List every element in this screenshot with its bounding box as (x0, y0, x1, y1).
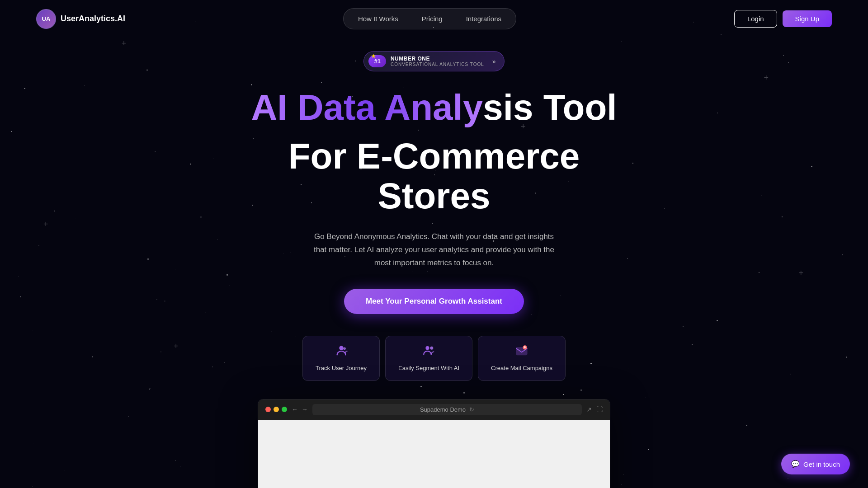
nav-pricing[interactable]: Pricing (411, 11, 453, 26)
feature-cards: Track User Journey Easily Segment With A… (302, 336, 566, 381)
nav-how-it-works[interactable]: How It Works (347, 11, 409, 26)
chat-label: Get in touch (803, 460, 840, 468)
logo-area[interactable]: UA UserAnalytics.AI (36, 9, 125, 29)
svg-point-0 (339, 346, 343, 350)
svg-point-3 (430, 346, 433, 349)
number-one-badge[interactable]: #1 NUMBER ONE CONVERSATIONAL ANALYTICS T… (363, 51, 504, 71)
browser-url-text: Supademo Demo (420, 406, 466, 413)
mail-campaigns-icon (515, 344, 528, 360)
feature-card-mail-campaigns[interactable]: Create Mail Campaigns (478, 336, 566, 381)
hero-title-line1: AI Data Analysis Tool (251, 88, 617, 127)
svg-point-2 (425, 346, 429, 350)
track-user-journey-icon (335, 344, 348, 360)
badge-subtitle: CONVERSATIONAL ANALYTICS TOOL (391, 62, 484, 67)
feature-card-easily-segment[interactable]: Easily Segment With AI (385, 336, 472, 381)
browser-external-icon[interactable]: ↗ (586, 406, 592, 413)
traffic-light-red (265, 407, 271, 412)
browser-refresh-icon[interactable]: ↻ (469, 406, 474, 413)
chat-button[interactable]: 💬 Get in touch (781, 454, 850, 474)
hero-title-line2: For E-Commerce Stores (231, 136, 637, 216)
logo-text: UserAnalytics.AI (61, 14, 125, 23)
browser-forward-icon[interactable]: → (302, 406, 308, 413)
hero-title-gradient: AI Data Analy (251, 87, 483, 127)
login-button[interactable]: Login (734, 10, 777, 28)
browser-action-buttons: ↗ ⛶ (586, 406, 603, 413)
feature-label-track-user-journey: Track User Journey (316, 364, 367, 372)
browser-back-icon[interactable]: ← (292, 406, 298, 413)
cta-button[interactable]: Meet Your Personal Growth Assistant (344, 289, 524, 314)
traffic-light-green (282, 407, 287, 412)
svg-point-1 (343, 347, 346, 350)
nav-links: How It Works Pricing Integrations (343, 8, 516, 29)
hero-section: #1 NUMBER ONE CONVERSATIONAL ANALYTICS T… (0, 38, 868, 488)
browser-content (258, 420, 610, 488)
browser-nav-buttons: ← → (292, 406, 308, 413)
hero-description: Go Beyond Anonymous Analytics. Chat with… (307, 230, 561, 270)
feature-label-mail-campaigns: Create Mail Campaigns (491, 364, 552, 372)
badge-text: NUMBER ONE CONVERSATIONAL ANALYTICS TOOL (391, 56, 484, 67)
browser-bar: ← → Supademo Demo ↻ ↗ ⛶ (258, 399, 610, 420)
browser-window: ← → Supademo Demo ↻ ↗ ⛶ (258, 399, 610, 488)
feature-card-track-user-journey[interactable]: Track User Journey (302, 336, 380, 381)
browser-fullscreen-icon[interactable]: ⛶ (596, 406, 603, 413)
nav-actions: Login Sign Up (734, 10, 832, 28)
traffic-light-yellow (274, 407, 279, 412)
browser-url-bar[interactable]: Supademo Demo ↻ (312, 404, 582, 415)
chat-icon: 💬 (791, 460, 800, 468)
badge-rank: #1 (368, 55, 386, 67)
hero-title-normal: sis Tool (483, 87, 617, 127)
traffic-lights (265, 407, 287, 412)
nav-integrations[interactable]: Integrations (455, 11, 512, 26)
signup-button[interactable]: Sign Up (783, 10, 832, 27)
logo-icon: UA (36, 9, 56, 29)
badge-title: NUMBER ONE (391, 56, 484, 62)
navbar: UA UserAnalytics.AI How It Works Pricing… (0, 0, 868, 38)
feature-label-easily-segment: Easily Segment With AI (398, 364, 459, 372)
badge-arrow: » (492, 58, 496, 65)
easily-segment-icon (423, 344, 435, 360)
